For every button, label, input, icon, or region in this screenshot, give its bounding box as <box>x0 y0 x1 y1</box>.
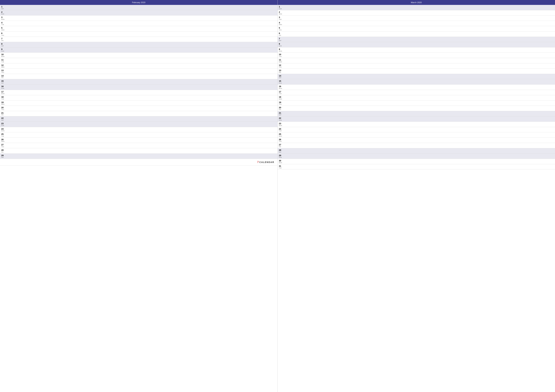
day-row[interactable]: 26WED <box>0 138 278 143</box>
day-row[interactable]: 22SAT <box>0 116 278 122</box>
day-row[interactable]: 20FRI <box>278 106 555 111</box>
day-name: WED <box>1 66 7 68</box>
day-row[interactable]: 23SUN <box>0 122 278 127</box>
day-row[interactable]: 2SUN <box>0 10 278 16</box>
day-row[interactable]: 24MON <box>0 127 278 132</box>
day-row[interactable]: 12THU <box>278 63 555 69</box>
day-row[interactable]: 6FRI <box>278 31 555 37</box>
day-number: 7 <box>1 37 7 40</box>
day-info: 1SUN <box>279 6 285 9</box>
day-name: MON <box>279 50 285 52</box>
day-row[interactable]: 6THU <box>0 31 278 37</box>
day-row[interactable]: 16SUN <box>0 85 278 90</box>
day-number: 19 <box>1 101 7 104</box>
day-row[interactable]: 9MON <box>278 47 555 53</box>
day-name: MON <box>1 19 7 20</box>
day-row[interactable]: 23MON <box>278 122 555 127</box>
day-info: 28FRI <box>1 149 7 153</box>
day-info: 23SUN <box>1 122 7 126</box>
day-row[interactable]: 15SUN <box>278 79 555 85</box>
day-name: WED <box>279 135 285 137</box>
day-number: 25 <box>1 133 7 135</box>
day-row[interactable]: 29SUN <box>278 154 555 159</box>
day-row[interactable]: 14FRI <box>0 74 278 79</box>
day-row[interactable]: 18WED <box>278 95 555 100</box>
day-number: 18 <box>279 96 285 98</box>
day-number: 11 <box>1 59 7 61</box>
day-number: 7 <box>279 37 285 40</box>
day-row[interactable]: 15SAT <box>0 79 278 85</box>
day-row[interactable]: 12WED <box>0 63 278 69</box>
day-row[interactable]: 5WED <box>0 26 278 31</box>
day-info: 8SUN <box>279 43 285 47</box>
day-row[interactable]: 4WED <box>278 21 555 26</box>
day-row[interactable]: 25TUE <box>0 132 278 138</box>
day-row[interactable]: 3TUE <box>278 15 555 21</box>
day-row[interactable]: 22SUN <box>278 116 555 122</box>
day-row[interactable]: 8SAT <box>0 42 278 47</box>
day-info: 7SAT <box>279 37 285 41</box>
day-row[interactable]: 17TUE <box>278 90 555 95</box>
day-row[interactable]: 18TUE <box>0 95 278 100</box>
day-row[interactable]: 27FRI <box>278 143 555 148</box>
day-number: 1 <box>279 6 285 8</box>
day-info: 19WED <box>1 101 7 105</box>
day-info: 29SAT <box>1 154 7 158</box>
day-row[interactable]: 19WED <box>0 100 278 106</box>
day-info: 17MON <box>1 91 7 94</box>
day-row[interactable]: 14SAT <box>278 74 555 79</box>
day-row[interactable]: 30MON <box>278 159 555 164</box>
day-row[interactable]: 19THU <box>278 100 555 106</box>
day-info: 15SAT <box>1 80 7 84</box>
day-row[interactable]: 5THU <box>278 26 555 31</box>
day-row[interactable]: 16MON <box>278 85 555 90</box>
day-row[interactable]: 17MON <box>0 90 278 95</box>
day-row[interactable]: 9SUN <box>0 47 278 53</box>
day-row[interactable]: 24TUE <box>278 127 555 132</box>
day-info: 21FRI <box>1 112 7 116</box>
day-row[interactable]: 31TUE <box>278 164 555 170</box>
day-row[interactable]: 7SAT <box>278 37 555 42</box>
day-row[interactable]: 10TUE <box>278 53 555 58</box>
day-name: SUN <box>279 120 285 121</box>
day-name: FRI <box>279 109 285 110</box>
day-row[interactable]: 27THU <box>0 143 278 148</box>
day-name: SUN <box>279 157 285 158</box>
day-name: MON <box>279 13 285 15</box>
day-row[interactable]: 21SAT <box>278 111 555 116</box>
day-row[interactable]: 4TUE <box>0 21 278 26</box>
day-info: 11WED <box>279 59 285 63</box>
day-name: FRI <box>1 151 7 153</box>
day-row[interactable]: 11TUE <box>0 58 278 63</box>
day-info: 3TUE <box>279 16 285 20</box>
day-row[interactable]: 26THU <box>278 138 555 143</box>
day-info: 13FRI <box>279 69 285 73</box>
day-row[interactable]: 28FRI <box>0 148 278 154</box>
day-row[interactable]: 28SAT <box>278 148 555 154</box>
day-row[interactable]: 2MON <box>278 10 555 16</box>
month-column-march-2020: March 20201SUN2MON3TUE4WED5THU6FRI7SAT8S… <box>278 0 555 392</box>
day-row[interactable]: 10MON <box>0 53 278 58</box>
day-number: 26 <box>1 138 7 141</box>
day-row[interactable]: 8SUN <box>278 42 555 47</box>
day-row[interactable]: 11WED <box>278 58 555 63</box>
day-row[interactable]: 7FRI <box>0 37 278 42</box>
day-row[interactable]: 25WED <box>278 132 555 138</box>
day-number: 25 <box>279 133 285 135</box>
day-row[interactable]: 13THU <box>0 69 278 74</box>
day-name: SAT <box>279 114 285 115</box>
day-row[interactable]: 1SAT <box>0 5 278 10</box>
day-info: 19THU <box>279 101 285 105</box>
day-name: WED <box>279 98 285 100</box>
day-row[interactable]: 29SAT <box>0 154 278 159</box>
day-row[interactable]: 21FRI <box>0 111 278 116</box>
day-row[interactable]: 20THU <box>0 106 278 111</box>
day-name: SAT <box>1 120 7 121</box>
day-row[interactable]: 3MON <box>0 15 278 21</box>
day-number: 21 <box>279 112 285 114</box>
day-info: 2MON <box>279 11 285 15</box>
day-name: WED <box>1 104 7 105</box>
day-info: 9SUN <box>1 48 7 52</box>
day-row[interactable]: 1SUN <box>278 5 555 10</box>
day-row[interactable]: 13FRI <box>278 69 555 74</box>
